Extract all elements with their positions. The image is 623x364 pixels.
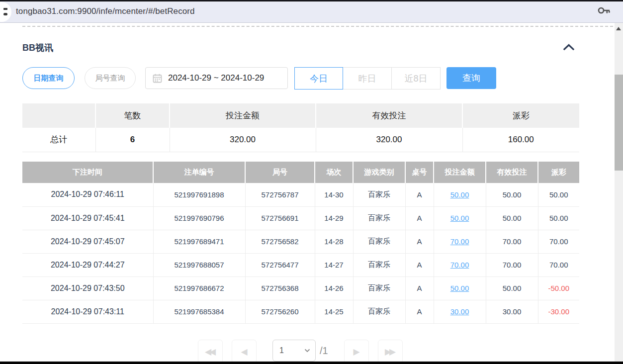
cell-payout: 50.00 [538, 206, 579, 230]
cell-session: 14-26 [315, 276, 353, 300]
last-8-days-button[interactable]: 近8日 [392, 67, 441, 90]
cell-valid-bet: 70.00 [486, 230, 538, 253]
summary-header-blank [22, 103, 95, 128]
column-header-9: 派彩 [538, 162, 579, 183]
bet-amount-link[interactable]: 70.00 [450, 261, 469, 269]
summary-header-row: 笔数 投注金额 有效投注 派彩 [22, 103, 579, 128]
table-row: 2024-10-29 07:45:07 521997689471 5727565… [22, 230, 579, 253]
url-bar[interactable]: tongbao31.com:9900/infe/mcenter/#/betRec… [16, 6, 195, 16]
column-header-2: 注单编号 [153, 162, 245, 183]
cell-payout: 70.00 [538, 253, 579, 276]
cell-order-number: 521997688057 [153, 253, 245, 276]
bet-table-body: 2024-10-29 07:46:11 521997691898 5727567… [22, 183, 579, 323]
summary-count-value: 6 [95, 128, 170, 152]
summary-valid-bet-value: 320.00 [316, 128, 462, 152]
cell-game-type: 百家乐 [353, 300, 405, 323]
column-header-6: 桌号 [405, 162, 434, 183]
cell-valid-bet: 50.00 [486, 206, 538, 230]
next-page-button[interactable]: ▶ [344, 340, 369, 364]
page-number-select[interactable]: 1 [272, 340, 316, 362]
cell-game-type: 百家乐 [353, 230, 405, 253]
bet-amount-link[interactable]: 30.00 [450, 307, 469, 316]
cell-bet-amount: 70.00 [434, 230, 486, 253]
calendar-icon [153, 74, 162, 83]
cell-round-number: 572756368 [245, 276, 315, 300]
scrollbar-up-arrow-icon[interactable] [616, 27, 621, 30]
cell-bet-time: 2024-10-29 07:46:11 [22, 183, 153, 206]
summary-header-count: 笔数 [95, 103, 170, 128]
cell-round-number: 572756691 [245, 206, 315, 230]
site-favicon-icon [0, 2, 11, 22]
cell-round-number: 572756787 [245, 183, 315, 206]
cell-bet-amount: 70.00 [434, 253, 486, 276]
cell-bet-amount: 30.00 [434, 300, 486, 323]
cell-round-number: 572756582 [245, 230, 315, 253]
chevron-down-icon [304, 349, 310, 353]
browser-toolbar: tongbao31.com:9900/infe/mcenter/#/betRec… [0, 0, 623, 23]
cell-bet-time: 2024-10-29 07:45:07 [22, 230, 153, 253]
search-button[interactable]: 查询 [446, 67, 496, 89]
chevron-up-icon[interactable] [563, 43, 575, 52]
page-title: BB视讯 [22, 42, 53, 54]
cell-order-number: 521997690796 [153, 206, 245, 230]
cell-session: 14-28 [315, 230, 353, 253]
first-page-icon: ◀◀ [205, 347, 214, 357]
next-page-icon: ▶ [353, 347, 359, 357]
today-button[interactable]: 今日 [294, 67, 343, 90]
column-header-8: 有效投注 [486, 162, 538, 183]
last-page-icon: ▶▶ [385, 347, 394, 357]
last-page-button[interactable]: ▶▶ [378, 340, 403, 364]
cell-game-type: 百家乐 [353, 253, 405, 276]
cell-bet-amount: 50.00 [434, 206, 486, 230]
cell-bet-amount: 50.00 [434, 183, 486, 206]
prev-page-icon: ◀ [241, 347, 247, 357]
first-page-button[interactable]: ◀◀ [198, 340, 223, 364]
date-query-tab[interactable]: 日期查询 [22, 67, 75, 89]
cell-session: 14-29 [315, 206, 353, 230]
bet-amount-link[interactable]: 50.00 [450, 190, 469, 199]
bet-amount-link[interactable]: 50.00 [450, 284, 469, 292]
yesterday-button[interactable]: 昨日 [343, 67, 392, 90]
round-query-tab[interactable]: 局号查询 [85, 67, 136, 89]
cell-valid-bet: 50.00 [486, 276, 538, 300]
cell-bet-time: 2024-10-29 07:45:41 [22, 206, 153, 230]
cell-bet-time: 2024-10-29 07:43:11 [22, 300, 153, 323]
cell-table-number: A [405, 300, 434, 323]
cell-valid-bet: 50.00 [486, 183, 538, 206]
column-header-5: 游戏类别 [353, 162, 405, 183]
panel-dashed-border [22, 26, 613, 27]
summary-header-bet-amount: 投注金额 [170, 103, 316, 128]
cell-bet-amount: 50.00 [434, 276, 486, 300]
cell-session: 14-25 [315, 300, 353, 323]
bet-amount-link[interactable]: 50.00 [450, 214, 469, 222]
table-row: 2024-10-29 07:43:11 521997685384 5727562… [22, 300, 579, 323]
bet-table-header-row: 下注时间注单编号局号场次游戏类别桌号投注金额有效投注派彩 [22, 162, 579, 183]
summary-table: 笔数 投注金额 有效投注 派彩 总计 6 320.00 320.00 160.0… [22, 103, 579, 152]
bet-amount-link[interactable]: 70.00 [450, 237, 469, 246]
cell-bet-time: 2024-10-29 07:43:50 [22, 276, 153, 300]
cell-game-type: 百家乐 [353, 276, 405, 300]
cell-valid-bet: 70.00 [486, 253, 538, 276]
column-header-3: 局号 [245, 162, 315, 183]
cell-game-type: 百家乐 [353, 206, 405, 230]
bet-record-table: 下注时间注单编号局号场次游戏类别桌号投注金额有效投注派彩 2024-10-29 … [22, 162, 579, 324]
prev-page-button[interactable]: ◀ [232, 340, 257, 364]
vertical-scrollbar[interactable] [615, 23, 623, 364]
cell-round-number: 572756477 [245, 253, 315, 276]
cell-valid-bet: 30.00 [486, 300, 538, 323]
cell-order-number: 521997691898 [153, 183, 245, 206]
cell-table-number: A [405, 276, 434, 300]
cell-table-number: A [405, 253, 434, 276]
summary-payout-value: 160.00 [462, 128, 579, 152]
cell-payout: -30.00 [538, 300, 579, 323]
key-icon[interactable] [597, 6, 611, 17]
scrollbar-thumb[interactable] [615, 75, 623, 171]
table-row: 2024-10-29 07:43:50 521997686672 5727563… [22, 276, 579, 300]
cell-session: 14-30 [315, 183, 353, 206]
cell-session: 14-27 [315, 253, 353, 276]
summary-total-row: 总计 6 320.00 320.00 160.00 [22, 128, 579, 152]
cell-table-number: A [405, 230, 434, 253]
date-range-input[interactable]: 2024-10-29 ~ 2024-10-29 [145, 67, 288, 89]
cell-order-number: 521997686672 [153, 276, 245, 300]
summary-bet-amount-value: 320.00 [170, 128, 316, 152]
